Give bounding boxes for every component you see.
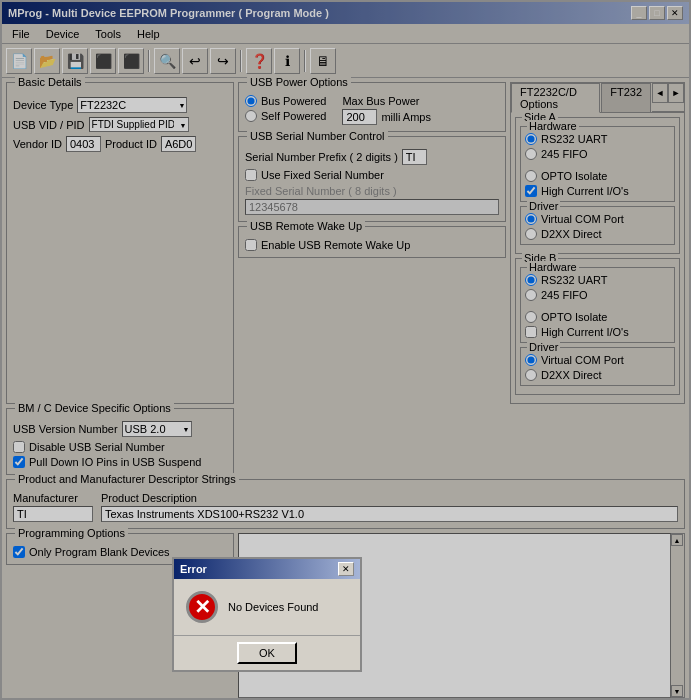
error-dialog: Error ✕ ✕ No Devices Found OK [172,557,362,672]
error-title-bar: Error ✕ [174,559,360,579]
error-close-button[interactable]: ✕ [338,562,354,576]
error-icon: ✕ [186,591,218,623]
error-message: No Devices Found [228,601,319,613]
ok-button[interactable]: OK [237,642,297,664]
error-body: ✕ No Devices Found [174,579,360,635]
main-window: MProg - Multi Device EEPROM Programmer (… [0,0,691,700]
error-title: Error [180,563,207,575]
error-icon-symbol: ✕ [194,595,211,619]
error-buttons: OK [174,635,360,670]
